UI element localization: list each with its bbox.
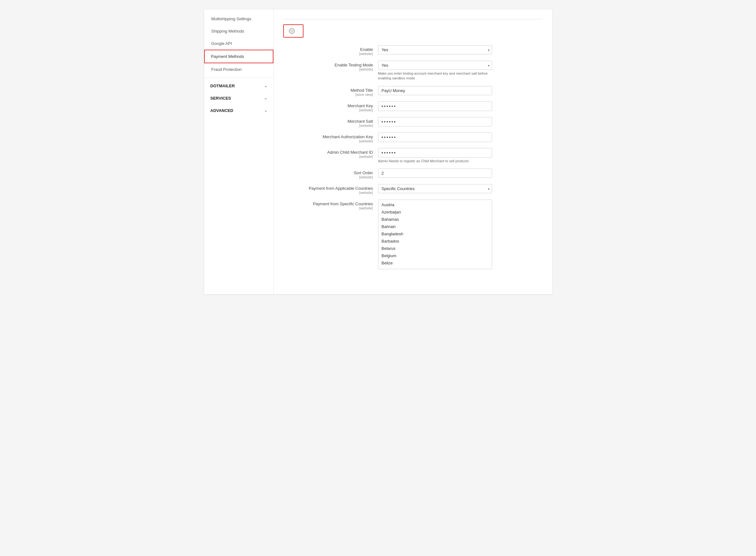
sidebar-section-label-advanced: ADVANCED (210, 108, 234, 113)
input-merchant-auth-key[interactable] (378, 133, 492, 142)
label-cell-merchant-auth-key: Merchant Authorization Key[website] (283, 133, 378, 143)
select-wrapper-payment-applicable-countries: All Allowed CountriesSpecific Countries▾ (378, 184, 492, 193)
select-wrapper-enable-testing: YesNo▾ (378, 61, 492, 70)
control-cell-admin-child-merchant-id: Admin Needs to register as Child Merchan… (378, 148, 543, 164)
field-label-admin-child-merchant-id: Admin Child Merchant ID (327, 150, 373, 155)
field-label-enable: Enable (360, 47, 373, 52)
field-sublabel-enable: [website] (283, 52, 373, 56)
chevron-icon: ⌄ (264, 84, 267, 88)
field-sublabel-merchant-auth-key: [website] (283, 139, 373, 143)
field-sublabel-merchant-salt: [website] (283, 124, 373, 128)
label-cell-method-title: Method Title[store view] (283, 86, 378, 97)
field-label-payment-specific-countries: Payment from Specific Countries (313, 202, 373, 206)
select-wrapper-enable: YesNo▾ (378, 45, 492, 55)
select-enable-testing[interactable]: YesNo (378, 61, 492, 70)
form-row-merchant-auth-key: Merchant Authorization Key[website] (283, 133, 543, 143)
select-payment-applicable-countries[interactable]: All Allowed CountriesSpecific Countries (378, 184, 492, 193)
page-wrapper: Multishipping SettingsShipping MethodsGo… (204, 9, 552, 294)
control-cell-method-title (378, 86, 543, 95)
label-cell-enable: Enable[website] (283, 45, 378, 56)
panel-icon: ⊖ (289, 28, 295, 34)
field-label-enable-testing: Enable Testing Mode (334, 63, 373, 67)
label-cell-payment-specific-countries: Payment from Specific Countries[website] (283, 200, 378, 210)
label-cell-admin-child-merchant-id: Admin Child Merchant ID[website] (283, 148, 378, 159)
sidebar-item-multishipping[interactable]: Multishipping Settings (204, 13, 273, 25)
form-row-merchant-key: Merchant Key[website] (283, 102, 543, 112)
field-label-merchant-key: Merchant Key (348, 103, 373, 108)
field-sublabel-sort-order: [website] (283, 175, 373, 179)
field-label-payment-applicable-countries: Payment from Applicable Countries (308, 186, 373, 191)
label-cell-merchant-salt: Merchant Salt[website] (283, 117, 378, 128)
label-cell-merchant-key: Merchant Key[website] (283, 102, 378, 112)
select-enable[interactable]: YesNo (378, 45, 492, 55)
sidebar: Multishipping SettingsShipping MethodsGo… (204, 9, 274, 294)
field-label-sort-order: Sort Order (354, 171, 373, 175)
sidebar-section-dotmailer[interactable]: DOTMAILER⌄ (204, 80, 273, 92)
chevron-icon: ⌄ (264, 96, 267, 100)
sidebar-section-advanced[interactable]: ADVANCED⌄ (204, 104, 273, 117)
label-cell-enable-testing: Enable Testing Mode[website] (283, 61, 378, 71)
input-sort-order[interactable] (378, 169, 492, 178)
input-admin-child-merchant-id[interactable] (378, 148, 492, 158)
control-cell-merchant-key (378, 102, 543, 111)
field-sublabel-admin-child-merchant-id: [website] (283, 155, 373, 159)
control-cell-sort-order (378, 169, 543, 178)
field-label-method-title: Method Title (351, 88, 373, 93)
form-row-enable-testing: Enable Testing Mode[website]YesNo▾Make y… (283, 61, 543, 81)
chevron-icon: ⌄ (264, 108, 267, 113)
form-row-admin-child-merchant-id: Admin Child Merchant ID[website]Admin Ne… (283, 148, 543, 164)
field-label-merchant-auth-key: Merchant Authorization Key (323, 134, 373, 139)
input-merchant-key[interactable] (378, 102, 492, 111)
input-merchant-salt[interactable] (378, 117, 492, 127)
sidebar-item-payment-methods[interactable]: Payment Methods (204, 50, 273, 63)
control-cell-merchant-auth-key (378, 133, 543, 142)
form-row-payment-applicable-countries: Payment from Applicable Countries[websit… (283, 184, 543, 195)
control-cell-payment-specific-countries: AustriaAzerbaijanBahamasBahrainBanglades… (378, 200, 543, 269)
sidebar-sections: DOTMAILER⌄SERVICES⌄ADVANCED⌄ (204, 77, 273, 117)
sidebar-item-fraud-protection[interactable]: Fraud Protection (204, 63, 273, 76)
field-sublabel-method-title: [store view] (283, 93, 373, 97)
field-sublabel-payment-applicable-countries: [website] (283, 191, 373, 195)
field-sublabel-enable-testing: [website] (283, 67, 373, 71)
sidebar-section-services[interactable]: SERVICES⌄ (204, 92, 273, 104)
field-sublabel-merchant-key: [website] (283, 108, 373, 112)
sidebar-item-shipping-methods[interactable]: Shipping Methods (204, 25, 273, 37)
main-content: ⊖ Enable[website]YesNo▾Enable Testing Mo… (274, 9, 552, 294)
sidebar-section-label-services: SERVICES (210, 96, 231, 101)
field-hint-enable-testing: Make you enter testing account merchant … (378, 71, 492, 81)
label-cell-sort-order: Sort Order[website] (283, 169, 378, 179)
payment-method-panel[interactable]: ⊖ (283, 24, 303, 38)
form-row-merchant-salt: Merchant Salt[website] (283, 117, 543, 128)
control-cell-enable: YesNo▾ (378, 45, 543, 55)
label-cell-payment-applicable-countries: Payment from Applicable Countries[websit… (283, 184, 378, 195)
form-row-method-title: Method Title[store view] (283, 86, 543, 97)
field-sublabel-payment-specific-countries: [website] (283, 206, 373, 210)
sidebar-item-google-api[interactable]: Google API (204, 37, 273, 50)
form-table: Enable[website]YesNo▾Enable Testing Mode… (283, 45, 543, 269)
sidebar-section-label-dotmailer: DOTMAILER (210, 83, 235, 88)
form-row-enable: Enable[website]YesNo▾ (283, 45, 543, 56)
control-cell-enable-testing: YesNo▾Make you enter testing account mer… (378, 61, 543, 81)
control-cell-payment-applicable-countries: All Allowed CountriesSpecific Countries▾ (378, 184, 543, 193)
field-label-merchant-salt: Merchant Salt (348, 119, 373, 124)
input-method-title[interactable] (378, 86, 492, 95)
listbox-payment-specific-countries[interactable]: AustriaAzerbaijanBahamasBahrainBanglades… (378, 200, 492, 269)
section-header (283, 16, 543, 19)
form-row-sort-order: Sort Order[website] (283, 169, 543, 179)
field-hint-admin-child-merchant-id: Admin Needs to register as Child Merchan… (378, 159, 492, 164)
form-row-payment-specific-countries: Payment from Specific Countries[website]… (283, 200, 543, 269)
control-cell-merchant-salt (378, 117, 543, 127)
